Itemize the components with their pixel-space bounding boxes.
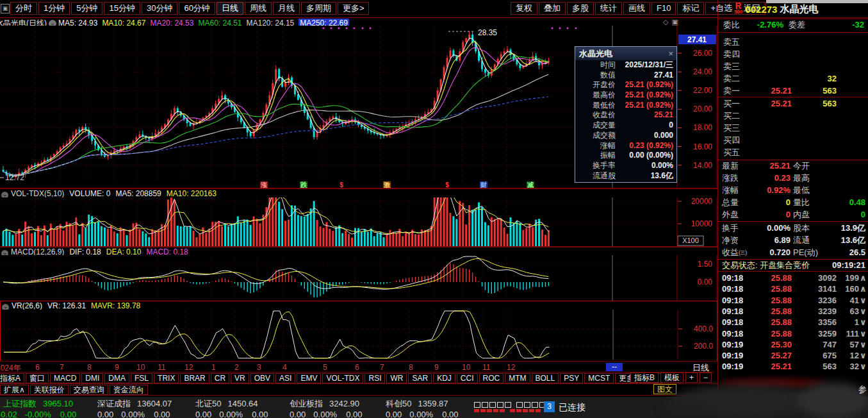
tool-button-复权[interactable]: 复权 (511, 2, 537, 15)
buy-name: 买五 (723, 147, 749, 158)
window-icon[interactable]: ▣ (1, 4, 10, 13)
indicator-tab-CCI[interactable]: CCI (457, 373, 478, 383)
tool-button-统计[interactable]: 统计 (595, 2, 622, 15)
volume-bar (243, 220, 245, 246)
index-change: -0.02 (0, 410, 17, 418)
panel-tab-指标B[interactable]: 指标B (630, 372, 659, 383)
indicator-tab-MACD[interactable]: MACD (50, 373, 80, 383)
popup-row-label: 涨幅 (578, 141, 616, 151)
indicator-tab-FSL[interactable]: FSL (131, 373, 152, 383)
vr-chart[interactable]: 400.0200.0 (1, 310, 717, 360)
indicator-tab-BRAR[interactable]: BRAR (180, 373, 209, 383)
volume-chart[interactable]: 2000010000X100 (0, 197, 717, 247)
tool-button-画线[interactable]: 画线 (623, 2, 650, 15)
indicator-tab-KDJ[interactable]: KDJ (433, 373, 455, 383)
indicator-tab-RSI[interactable]: RSI (364, 373, 385, 383)
bottom-tab-扩展∧[interactable]: 扩展∧ (0, 385, 29, 395)
volume-bar (145, 233, 147, 246)
indicator-tab-PSY[interactable]: PSY (560, 373, 583, 383)
candle-body (468, 35, 470, 38)
tick-time: 09:18 (722, 295, 749, 306)
indicator-tab-DMI[interactable]: DMI (81, 373, 103, 383)
tool-button-多股[interactable]: 多股 (567, 2, 594, 15)
indicator-tab-SAR[interactable]: SAR (408, 373, 432, 383)
index-change: 0.00 (290, 410, 306, 418)
indicator-tab-VR[interactable]: VR (231, 373, 249, 383)
popup-title[interactable]: 水晶光电 × (575, 47, 676, 60)
vr-axis-label: 400.0 (694, 324, 713, 333)
sell-level-row: 卖三 (718, 61, 868, 72)
indicator-tab-WR[interactable]: WR (386, 373, 407, 383)
down-arrow-icon: ∨ (860, 317, 867, 328)
index-quote-科创50[interactable]: 科创501359.870.000.00%0.00 (386, 398, 479, 418)
tool-button-F10[interactable]: F10 (651, 2, 676, 15)
indicator-tab-TRIX[interactable]: TRIX (154, 373, 179, 383)
period-button-15分钟[interactable]: 15分钟 (104, 2, 140, 15)
signal-cell (524, 402, 530, 408)
panel-tab-−[interactable]: − (700, 372, 712, 383)
y-axis-label: 18.00 (693, 123, 712, 132)
period-button-月线[interactable]: 月线 (273, 2, 300, 15)
indicator-tab-指标A[interactable]: 指标A (0, 373, 24, 383)
volume-bar (471, 210, 473, 246)
buy-name: 买二 (723, 110, 749, 122)
close-icon[interactable]: × (668, 47, 673, 60)
indicator-tab-ROC[interactable]: ROC (479, 373, 504, 383)
indicator-tab-BOLL[interactable]: BOLL (532, 373, 559, 383)
period-button-30分钟[interactable]: 30分钟 (142, 2, 177, 15)
popup-row-label: 成交额 (578, 131, 616, 141)
period-button-60分钟[interactable]: 60分钟 (179, 2, 215, 15)
indicator-readout: MA5: 208859 (115, 189, 161, 198)
index-name-row: 科创501359.87 (386, 398, 479, 410)
period-button-周线[interactable]: 周线 (245, 2, 272, 15)
indicator-tab-DMA[interactable]: DMA (104, 373, 129, 383)
index-change: 0.00 (386, 410, 402, 418)
signal-cell (529, 409, 534, 412)
period-button-分时[interactable]: 分时 (10, 2, 37, 15)
volume-bar (449, 213, 451, 246)
down-arrow-icon: ∨ (860, 350, 867, 361)
volume-bar (81, 223, 83, 246)
index-quote-北证50[interactable]: 北证501450.640.000.00%0.00 (195, 398, 288, 418)
bottom-tab-交易查询[interactable]: 交易查询 (70, 385, 108, 395)
tool-button-标记[interactable]: 标记 (677, 2, 704, 15)
indicator-tab-EMV[interactable]: EMV (297, 373, 321, 383)
x-axis-label: 10 (136, 363, 145, 372)
indicator-tab-CR[interactable]: CR (211, 373, 229, 383)
macd-chart[interactable]: 1.500.00 (0, 255, 717, 301)
indicator-tab-MTM[interactable]: MTM (505, 373, 530, 383)
panel-tab-模板[interactable]: 模板 (660, 372, 684, 383)
indicator-tab-VOL-TDX[interactable]: VOL-TDX (322, 373, 363, 383)
period-button-多周期[interactable]: 多周期 (301, 2, 336, 15)
tick-count: 199 (837, 272, 859, 283)
tick-total: 563 (798, 361, 837, 372)
period-button-5分钟[interactable]: 5分钟 (71, 2, 102, 15)
period-button-1分钟[interactable]: 1分钟 (38, 2, 70, 15)
volume-bar (221, 226, 223, 246)
period-button-更多>[interactable]: 更多> (338, 2, 370, 15)
indicator-tab-OBV[interactable]: OBV (250, 373, 274, 383)
tool-button-叠加[interactable]: 叠加 (539, 2, 566, 15)
tab-graphic-text[interactable]: 图文 (653, 384, 676, 394)
indicator-tab-ASI[interactable]: ASI (275, 373, 295, 383)
vol-unit-label: X100 (682, 237, 699, 244)
signal-cell (480, 409, 486, 412)
period-button-日线[interactable]: 日线 (217, 2, 243, 15)
index-amount: 0.00 (252, 410, 268, 418)
index-quote-创业板指[interactable]: 创业板指3242.900.000.00%0.00 (290, 398, 382, 418)
volume-bar (338, 225, 340, 246)
bottom-tab-关联报价[interactable]: 关联报价 (30, 385, 69, 395)
bottom-tab-资金流向[interactable]: 资金流向 (110, 385, 148, 395)
vr-axis-label: 200.0 (694, 342, 713, 351)
stat-row: 净资6.89流通13.6亿 (718, 235, 868, 246)
indicator-tab-窗口[interactable]: 窗口 (26, 373, 49, 383)
volume-header: ⌄VOL-TDX(5,10)VOLUME: 0MA5: 208859MA10: … (0, 188, 717, 197)
tick-price: 25.88 (750, 306, 792, 317)
index-quote-深证成指[interactable]: 深证成指13604.070.000.00%0.00 (97, 398, 190, 418)
sell-name: 卖三 (723, 61, 749, 72)
connection-status: 已连接 (559, 402, 585, 414)
panel-tab-+[interactable]: + (685, 372, 698, 383)
index-quote-上证指数[interactable]: 上证指数3965.10-0.02-0.00%0.00 (3, 398, 96, 418)
x-axis-label: 11 (482, 363, 490, 372)
indicator-tab-MCST[interactable]: MCST (584, 373, 614, 383)
